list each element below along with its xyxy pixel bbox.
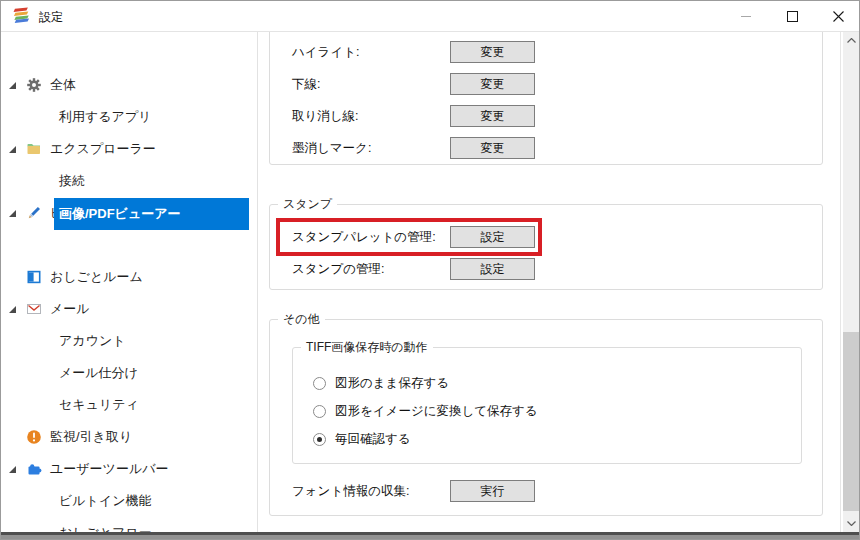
vertical-scrollbar[interactable] [843,32,860,532]
minimize-icon [741,16,751,17]
gear-icon [26,77,42,93]
sidebar-item-mail[interactable]: メール [9,293,90,325]
maximize-icon [787,11,798,22]
highlight-change-button[interactable]: 変更 [450,41,535,63]
stamp-palette-settings-button[interactable]: 設定 [450,226,535,248]
title-bar[interactable]: 設定 [1,1,859,32]
settings-window: 設定 全体 利用するアプリ エクスプローラー 接続 [0,0,860,540]
sidebar-item-connection[interactable]: 接続 [59,165,85,197]
tree-expanded-arrow-icon[interactable] [9,466,26,473]
mail-icon [26,301,42,317]
stamp-settings-button[interactable]: 設定 [450,258,535,280]
sidebar-item-builtin-functions[interactable]: ビルトイン機能 [59,485,152,517]
close-button[interactable] [815,1,860,31]
tiff-save-behavior-group: TIFF画像保存時の動作 図形のまま保存する 図形をイメージに変換して保存する … [292,347,802,464]
sidebar-item-monitoring-retrieval[interactable]: 監視/引き取り [9,421,132,453]
other-group: その他 TIFF画像保存時の動作 図形のまま保存する 図形をイメージに変換して保… [269,319,823,516]
redaction-mark-change-button[interactable]: 変更 [450,137,535,159]
font-info-execute-button[interactable]: 実行 [450,480,535,502]
stamp-group: スタンプ スタンプパレットの管理: 設定 スタンプの管理: 設定 [269,204,823,290]
maximize-button[interactable] [769,1,815,31]
settings-panel: ハイライト: 変更 下線: 変更 取り消し線: 変更 墨消しマーク: 変更 スタ… [259,32,841,532]
app-logo-icon [13,7,33,25]
tree-arrow-spacer [9,434,26,441]
window-bottom-shadow [1,535,859,539]
pencil-icon [26,205,42,221]
sidebar-item-user-toolbar[interactable]: ユーザーツールバー [9,453,169,485]
sidebar-item-general[interactable]: 全体 [9,69,76,101]
sidebar-item-mail-sorting[interactable]: メール仕分け [59,357,138,389]
stamp-group-title: スタンプ [278,197,337,212]
alert-icon [26,429,42,445]
puzzle-icon [26,461,42,477]
radio-unselected-icon[interactable] [313,377,326,390]
radio-label: 毎回確認する [335,431,411,448]
radio-selected-icon[interactable] [313,433,326,446]
minimize-button[interactable] [723,1,769,31]
sidebar-item-explorer[interactable]: エクスプローラー [9,133,156,165]
strikethrough-label: 取り消し線: [292,105,359,127]
highlight-label: ハイライト: [292,41,359,63]
close-icon [833,11,844,22]
stamp-manage-label: スタンプの管理: [292,258,384,280]
radio-unselected-icon[interactable] [313,405,326,418]
other-group-title: その他 [278,312,325,327]
tree-expanded-arrow-icon[interactable] [9,306,26,313]
tree-expanded-arrow-icon[interactable] [9,146,26,153]
redaction-mark-label: 墨消しマーク: [292,137,371,159]
sidebar-item-oshigoto-room[interactable]: おしごとルーム [9,261,143,293]
tree-expanded-arrow-icon[interactable] [9,210,26,217]
underline-change-button[interactable]: 変更 [450,73,535,95]
strikethrough-change-button[interactable]: 変更 [450,105,535,127]
scrollbar-thumb[interactable] [843,332,860,511]
radio-option-confirm-every-time[interactable]: 毎回確認する [313,428,411,450]
sidebar-item-apps-to-use[interactable]: 利用するアプリ [59,101,152,133]
settings-nav-tree: 全体 利用するアプリ エクスプローラー 接続 ビューアー 画像/PDFビューアー [1,32,258,532]
sidebar-item-account[interactable]: アカウント [59,325,126,357]
radio-label: 図形をイメージに変換して保存する [335,403,538,420]
sidebar-item-image-pdf-viewer[interactable]: 画像/PDFビューアー [54,198,249,230]
tree-expanded-arrow-icon[interactable] [9,82,26,89]
folder-icon [26,141,42,157]
tiff-group-title: TIFF画像保存時の動作 [301,340,433,355]
stamp-palette-manage-label: スタンプパレットの管理: [292,226,436,248]
sidebar-item-security[interactable]: セキュリティ [59,389,139,421]
radio-option-keep-shapes[interactable]: 図形のまま保存する [313,372,449,394]
scroll-down-button[interactable] [843,515,860,532]
chevron-down-icon [847,521,856,526]
radio-label: 図形のまま保存する [335,375,449,392]
room-icon [26,269,42,285]
annotation-style-group: ハイライト: 変更 下線: 変更 取り消し線: 変更 墨消しマーク: 変更 [269,32,823,165]
window-title: 設定 [39,9,63,26]
tree-arrow-spacer [9,274,26,281]
underline-label: 下線: [292,73,320,95]
scroll-up-button[interactable] [843,32,860,49]
radio-option-convert-to-image[interactable]: 図形をイメージに変換して保存する [313,400,538,422]
chevron-up-icon [847,38,856,43]
font-info-collect-label: フォント情報の収集: [292,480,409,502]
